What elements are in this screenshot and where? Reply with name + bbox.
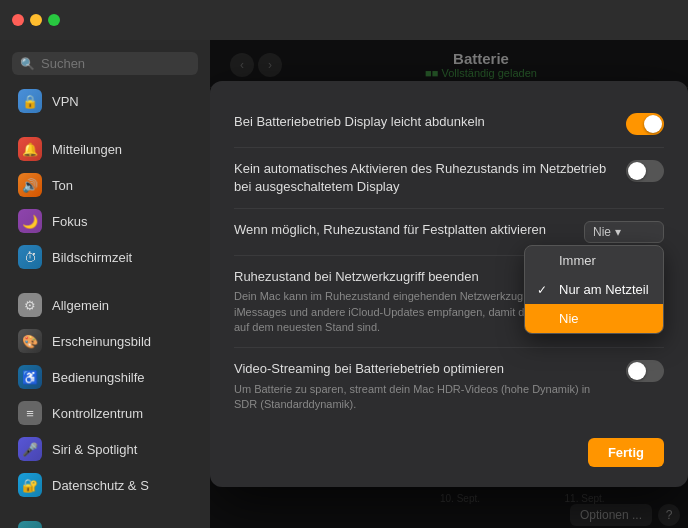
sidebar-item-bedienungshilfe[interactable]: ♿ Bedienungshilfe [6,360,204,394]
no-sleep-toggle[interactable] [626,160,664,182]
sidebar-item-datenschutz[interactable]: 🔐 Datenschutz & S [6,468,204,502]
sidebar-item-bildschirmzeit[interactable]: ⏱ Bildschirmzeit [6,240,204,274]
minimize-button[interactable] [30,14,42,26]
modal-row-hdd-sleep: Wenn möglich, Ruhezustand für Festplatte… [234,209,664,256]
titlebar [0,0,688,40]
dropdown-option-nie[interactable]: Nie [525,304,663,333]
sidebar-item-fokus[interactable]: 🌙 Fokus [6,204,204,238]
display-dim-toggle-container [626,113,664,135]
no-sleep-toggle-container [626,160,664,182]
toggle-thumb-2 [628,162,646,180]
sidebar-label-ton: Ton [52,178,73,193]
bedienungshilfe-icon: ♿ [18,365,42,389]
option-label-immer: Immer [559,253,596,268]
display-dim-toggle[interactable] [626,113,664,135]
checkmark-nur-netzteil: ✓ [537,283,551,297]
video-streaming-toggle-container [626,360,664,382]
sidebar-item-schreibtisch[interactable]: 🖥 Schreibtisch & D [6,516,204,528]
sidebar-item-mitteilungen[interactable]: 🔔 Mitteilungen [6,132,204,166]
option-label-nur-netzteil: Nur am Netzteil [559,282,649,297]
video-streaming-toggle[interactable] [626,360,664,382]
sidebar-label-siri: Siri & Spotlight [52,442,137,457]
ton-icon: 🔊 [18,173,42,197]
allgemein-icon: ⚙ [18,293,42,317]
hdd-sleep-dropdown[interactable]: Nie ▾ [584,221,664,243]
search-icon: 🔍 [20,57,35,71]
sidebar-label-kontrollzentrum: Kontrollzentrum [52,406,143,421]
hdd-sleep-dropdown-container: Nie ▾ Immer ✓ Nur am Netzteil [584,221,664,243]
modal-footer: Fertig [234,424,664,467]
sidebar-label-bildschirmzeit: Bildschirmzeit [52,250,132,265]
sidebar-label-bedienungshilfe: Bedienungshilfe [52,370,145,385]
sidebar-item-erscheinungsbild[interactable]: 🎨 Erscheinungsbild [6,324,204,358]
traffic-lights [12,14,60,26]
vpn-icon: 🔒 [18,89,42,113]
erscheinungsbild-icon: 🎨 [18,329,42,353]
sidebar-item-vpn[interactable]: 🔒 VPN [6,84,204,118]
kontrollzentrum-icon: ≡ [18,401,42,425]
sidebar-label-allgemein: Allgemein [52,298,109,313]
search-bar[interactable]: 🔍 [12,52,198,75]
main-layout: 🔍 🔒 VPN 🔔 Mitteilungen 🔊 Ton 🌙 Fokus ⏱ B… [0,40,688,528]
modal-row-display-dim: Bei Batteriebetrieb Display leicht abdun… [234,101,664,148]
no-sleep-label: Kein automatisches Aktivieren des Ruhezu… [234,160,614,196]
modal-row-video-streaming: Video-Streaming bei Batteriebetrieb opti… [234,348,664,424]
sidebar-item-kontrollzentrum[interactable]: ≡ Kontrollzentrum [6,396,204,430]
modal-panel: Bei Batteriebetrieb Display leicht abdun… [210,81,688,488]
toggle-thumb-1 [644,115,662,133]
toggle-thumb-5 [628,362,646,380]
dropdown-menu: Immer ✓ Nur am Netzteil Nie [524,245,664,334]
modal-row-no-sleep: Kein automatisches Aktivieren des Ruhezu… [234,148,664,209]
datenschutz-icon: 🔐 [18,473,42,497]
fokus-icon: 🌙 [18,209,42,233]
done-button[interactable]: Fertig [588,438,664,467]
sidebar-label-fokus: Fokus [52,214,87,229]
dropdown-option-immer[interactable]: Immer [525,246,663,275]
close-button[interactable] [12,14,24,26]
bildschirmzeit-icon: ⏱ [18,245,42,269]
siri-icon: 🎤 [18,437,42,461]
sidebar-label-vpn: VPN [52,94,79,109]
content-area: ‹ › Batterie ■■ Vollständig geladen Zeit… [210,40,688,528]
sidebar-label-mitteilungen: Mitteilungen [52,142,122,157]
maximize-button[interactable] [48,14,60,26]
chevron-down-icon: ▾ [615,225,621,239]
sidebar-label-erscheinungsbild: Erscheinungsbild [52,334,151,349]
sidebar: 🔍 🔒 VPN 🔔 Mitteilungen 🔊 Ton 🌙 Fokus ⏱ B… [0,40,210,528]
video-streaming-label: Video-Streaming bei Batteriebetrieb opti… [234,360,614,412]
schreibtisch-icon: 🖥 [18,521,42,528]
video-streaming-description: Um Batterie zu sparen, streamt dein Mac … [234,382,614,413]
sidebar-label-datenschutz: Datenschutz & S [52,478,149,493]
search-input[interactable] [41,56,190,71]
sidebar-item-ton[interactable]: 🔊 Ton [6,168,204,202]
display-dim-label: Bei Batteriebetrieb Display leicht abdun… [234,113,485,131]
mitteilungen-icon: 🔔 [18,137,42,161]
option-label-nie: Nie [559,311,579,326]
modal-overlay: Bei Batteriebetrieb Display leicht abdun… [210,40,688,528]
dropdown-selected-value: Nie [593,225,611,239]
sidebar-item-siri[interactable]: 🎤 Siri & Spotlight [6,432,204,466]
hdd-sleep-label: Wenn möglich, Ruhezustand für Festplatte… [234,221,546,239]
dropdown-option-nur-netzteil[interactable]: ✓ Nur am Netzteil [525,275,663,304]
sidebar-item-allgemein[interactable]: ⚙ Allgemein [6,288,204,322]
